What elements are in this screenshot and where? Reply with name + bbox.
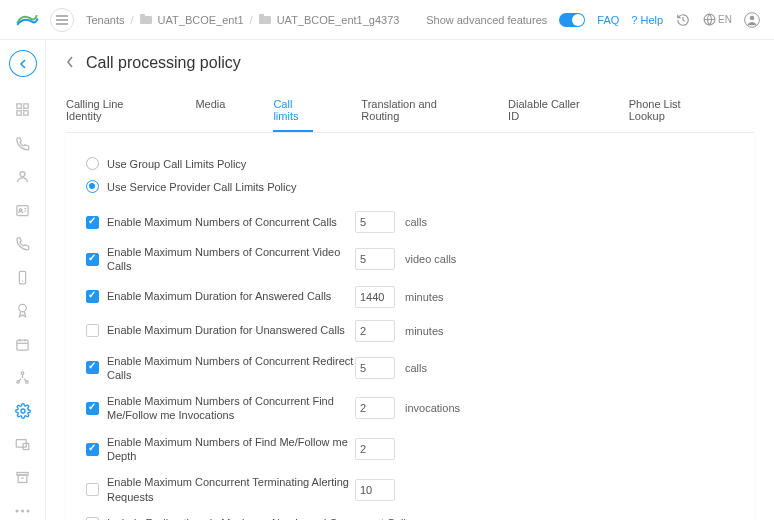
tab-translation-routing[interactable]: Translation and Routing [361,90,460,132]
tab-phone-list-lookup[interactable]: Phone List Lookup [629,90,706,132]
checkbox-redirect-calls[interactable] [86,361,99,374]
menu-toggle-button[interactable] [50,8,74,32]
svg-point-39 [16,510,19,513]
radio-service-provider-policy[interactable] [86,180,99,193]
label-duration-answered: Enable Maximum Duration for Answered Cal… [107,289,355,303]
svg-point-40 [21,510,24,513]
tab-media[interactable]: Media [195,90,225,132]
unit-invocations: invocations [405,402,460,414]
checkbox-max-concurrent-calls[interactable] [86,216,99,229]
sidebar-screen-icon[interactable] [14,436,32,453]
checkbox-findme-invocations[interactable] [86,402,99,415]
breadcrumb-level1[interactable]: UAT_BCOE_ent1 [158,14,244,26]
sidebar-dashboard-icon[interactable] [14,101,32,118]
sidebar-device-icon[interactable] [14,268,32,285]
breadcrumb-level2[interactable]: UAT_BCOE_ent1_g4373 [277,14,400,26]
checkbox-findme-depth[interactable] [86,443,99,456]
input-redirect-calls[interactable] [355,357,395,379]
input-findme-invocations[interactable] [355,397,395,419]
input-duration-unanswered[interactable] [355,320,395,342]
advanced-features-label: Show advanced features [426,14,547,26]
label-duration-unanswered: Enable Maximum Duration for Unanswered C… [107,323,355,337]
page-title: Call processing policy [86,54,241,72]
svg-point-10 [750,15,755,20]
svg-rect-13 [17,111,21,115]
sidebar-award-icon[interactable] [14,302,32,319]
svg-rect-4 [140,14,145,17]
checkbox-duration-unanswered[interactable] [86,324,99,337]
label-max-concurrent-calls: Enable Maximum Numbers of Concurrent Cal… [107,215,355,229]
label-redirect-calls: Enable Maximum Numbers of Concurrent Red… [107,354,355,383]
radio-service-provider-policy-label: Use Service Provider Call Limits Policy [107,181,297,193]
svg-rect-23 [17,340,28,350]
svg-rect-5 [259,16,271,24]
page-back-button[interactable] [66,55,74,71]
advanced-features-toggle[interactable] [559,13,585,27]
sidebar-contact-icon[interactable] [14,202,32,219]
svg-point-28 [17,381,20,384]
tab-calling-line-identity[interactable]: Calling Line Identity [66,90,147,132]
sidebar-phone-icon[interactable] [14,135,32,152]
folder-icon [140,14,152,26]
svg-point-41 [27,510,30,513]
folder-icon [259,14,271,26]
svg-rect-16 [17,205,28,215]
input-terminating-alerting[interactable] [355,479,395,501]
tab-dialable-caller-id[interactable]: Dialable Caller ID [508,90,581,132]
breadcrumb-root[interactable]: Tenants [86,14,125,26]
user-account-icon[interactable] [744,12,760,28]
sidebar-user-icon[interactable] [14,168,32,185]
sidebar-archive-icon[interactable] [14,469,32,486]
label-include-redirections: Include Redirections in Maximum Number o… [107,516,411,520]
checkbox-include-redirections[interactable] [86,517,99,520]
unit-calls: calls [405,362,427,374]
sidebar-call-icon[interactable] [14,235,32,252]
tab-call-limits[interactable]: Call limits [273,90,313,132]
svg-point-27 [21,372,24,375]
checkbox-terminating-alerting[interactable] [86,483,99,496]
input-max-concurrent-calls[interactable] [355,211,395,233]
svg-line-32 [24,379,27,381]
unit-minutes: minutes [405,291,444,303]
faq-link[interactable]: FAQ [597,14,619,26]
breadcrumb: Tenants / UAT_BCOE_ent1 / UAT_BCOE_ent1_… [86,14,426,26]
label-terminating-alerting: Enable Maximum Concurrent Terminating Al… [107,475,355,504]
svg-point-29 [26,381,29,384]
svg-rect-12 [24,104,28,108]
label-findme-depth: Enable Maximum Numbers of Find Me/Follow… [107,435,355,464]
input-duration-answered[interactable] [355,286,395,308]
svg-rect-11 [17,104,21,108]
unit-video-calls: video calls [405,253,456,265]
svg-point-22 [19,304,27,312]
svg-point-33 [21,409,25,413]
svg-rect-14 [24,111,28,115]
app-logo [14,7,40,33]
checkbox-duration-answered[interactable] [86,290,99,303]
sidebar-more-icon[interactable] [14,503,32,520]
sidebar-back-button[interactable] [9,50,37,77]
sidebar-network-icon[interactable] [14,369,32,386]
language-selector[interactable]: EN [703,12,732,28]
svg-rect-3 [140,16,152,24]
history-icon[interactable] [675,12,691,28]
label-max-video-calls: Enable Maximum Numbers of Concurrent Vid… [107,245,355,274]
svg-rect-6 [259,14,264,17]
sidebar-calendar-icon[interactable] [14,335,32,352]
input-max-video-calls[interactable] [355,248,395,270]
unit-minutes: minutes [405,325,444,337]
sidebar-settings-icon[interactable] [14,402,32,419]
radio-group-policy[interactable] [86,157,99,170]
svg-line-31 [19,379,22,381]
svg-point-15 [20,172,25,177]
radio-group-policy-label: Use Group Call Limits Policy [107,158,246,170]
input-findme-depth[interactable] [355,438,395,460]
unit-calls: calls [405,216,427,228]
label-findme-invocations: Enable Maximum Numbers of Concurrent Fin… [107,394,355,423]
checkbox-max-video-calls[interactable] [86,253,99,266]
help-link[interactable]: ? Help [631,14,663,26]
